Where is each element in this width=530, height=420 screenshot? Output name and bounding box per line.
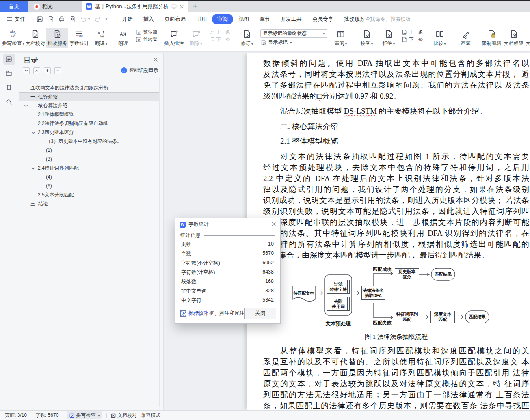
toc-close-icon[interactable] [153,56,158,64]
toc-item-5[interactable]: 2.3历史版本区分 [19,128,159,137]
menu-item-8[interactable]: 会员专享 [307,14,339,24]
doc-permission-button[interactable]: 文档权限 [503,28,525,48]
tab-home[interactable]: 首页 [0,1,28,12]
word-count-button[interactable]: 80字数统计 [68,28,90,48]
toc-collapse-all-button[interactable] [54,67,61,74]
translate-button[interactable]: a中翻译▾ [90,28,112,48]
toc-expand-down-button[interactable] [23,67,30,74]
undo-button[interactable]: ▾ [80,15,90,23]
stat-row-0: 页数10 [175,240,280,249]
compare-button[interactable]: 比较▾ [429,28,451,48]
insert-comment-button[interactable]: 插入批注 [163,28,185,48]
word-count-indicator[interactable]: 字数: 5670 [35,412,58,419]
compat-mode-label[interactable]: 兼容模式 [141,412,160,419]
screen-share-icon[interactable] [171,4,177,9]
smart-toc-button[interactable]: 智能识别目录 [121,67,158,74]
dialog-close-icon[interactable] [271,221,276,228]
toc-item-2[interactable]: 二. 核心算法介绍 [19,101,159,110]
document-page[interactable]: 数据倾斜的问题。使用 DFA 抽取出文本中可能包含的多部法律名以及法条号，同时将… [247,53,530,411]
toc-item-3[interactable]: 2.1整体模型概览 [19,110,159,119]
stat-row-6: 中文字符5342 [175,296,280,305]
dialog-title-bar[interactable]: W 字数统计 [175,218,280,230]
toc-item-9[interactable]: 2.4特征词序列匹配 [19,164,159,172]
restrict-editing-button[interactable]: 限制编辑 [481,28,503,48]
chevron-down-icon[interactable] [31,166,35,170]
chevron-down-icon[interactable] [31,130,35,134]
markup-state-select[interactable]: 显示标记的最终状态▾ [260,29,327,38]
svg-text:繁: 繁 [137,39,140,41]
toc-item-0[interactable]: 互联网文本的法律法条引用跟踪分析 [19,83,159,92]
stat-label: 中文字符 [181,297,201,304]
toc-item-6[interactable]: （3）历史版本中没有对应的法条。 [19,137,159,146]
doc-text-line-6: 2.1 整体模型概览 [263,136,529,146]
revision-nav-1-button[interactable]: 下一条 [401,37,423,43]
revision-nav-0-button[interactable]: 上一条 [401,29,423,35]
command-search[interactable]: 查找命令、搜索模板 [357,16,411,23]
menu-item-5[interactable]: 视图 [233,14,254,24]
dock-search-button[interactable] [3,97,15,107]
toc-item-8[interactable]: (3) [19,155,159,164]
new-tab-button[interactable]: + [188,1,202,12]
show-markup-button[interactable]: 显示标记▾ [260,39,327,46]
svg-text:80: 80 [79,34,83,38]
toc-item-1[interactable]: 一. 任务介绍 [19,92,159,101]
dock-bookmark-button[interactable] [3,82,15,93]
menu-item-0[interactable]: 开始 [117,14,138,24]
toc-item-4[interactable]: 2.2法律法条识别确定有限自动机 [19,119,159,128]
ink-brush-button[interactable]: 画笔 [455,28,477,48]
dock-outline-button[interactable] [3,54,15,65]
dialog-close-button[interactable]: 关闭 [244,308,276,319]
convert-1-button[interactable]: 繁简转繁 [136,37,158,43]
page-indicator[interactable]: 页面: 3/10 [5,412,27,419]
spell-check-label: 拼写检查 [76,412,95,419]
doc-text-line-23: 条，如果匹配上的法律还有多个历史版本，则需要在数百条 法条中寻找匹 [263,401,529,411]
reject-revision-button[interactable]: 拒绝▾ [378,28,400,48]
menu-item-2[interactable]: 页面布局 [159,14,191,24]
menu-item-1[interactable]: 插入 [138,14,159,24]
print-button[interactable] [58,15,65,23]
comment-nav-1-button[interactable]: 下一条 [209,37,231,43]
toc-item-12[interactable]: 2.5文本分段匹配 [19,190,159,199]
doc-authenticate-button[interactable]: 文档认证 [525,28,530,48]
toc-item-13[interactable]: 三. 结论 [19,199,159,208]
doc-proof-button[interactable]: a-文档校对 [24,28,46,48]
toc-collapse-up-button[interactable] [33,67,40,74]
toolbar-expand-icon[interactable]: ▾ [106,17,108,21]
correction-service-button[interactable]: 批改服务 [46,28,68,48]
dock-chapter-button[interactable] [3,68,15,79]
toc-item-10[interactable]: (4) [19,172,159,181]
wps-writer-icon: W [180,222,186,228]
menu-item-7[interactable]: 开发工具 [275,14,307,24]
chevron-down-icon[interactable] [24,103,28,108]
tab-docer[interactable]: 稻壳 [28,1,82,12]
menu-item-4[interactable]: 审阅 [212,14,233,24]
save-button[interactable] [36,15,43,23]
track-changes-button[interactable]: 修订▾ [236,28,258,48]
ai-icon [121,67,127,73]
accept-revision-button[interactable]: 接受▾ [356,28,378,48]
flowchart-figure: 待匹配文本 过滤 特殊字符 去除 停用词 文本预处理 法律法条名 抽取DFA 匹… [284,264,495,332]
toc-item-7[interactable]: (1) [19,146,159,155]
stat-label: 字数 [181,250,191,257]
menu-item-6[interactable]: 章节 [254,14,275,24]
print-preview-button[interactable] [69,15,76,23]
convert-0-button[interactable]: 简繁转简 [136,29,158,35]
toc-item-11[interactable]: (6) [19,181,159,190]
doc-proof-status[interactable]: 文档校对 [111,412,137,419]
hamburger-icon [6,17,12,22]
spell-check-toggle[interactable]: 拼写检查 ▾ [67,411,102,419]
tips-link[interactable]: 操作技巧 [180,310,209,317]
close-tab-icon[interactable] [180,4,184,9]
spell-check-button[interactable]: abc拼写检查▾ [2,28,24,48]
file-menu-button[interactable]: 文件 [0,15,31,23]
word-count-dialog: W 字数统计 统计信息 页数10字数5670字符数(不计空格)6052字符数(计… [175,218,281,324]
review-pane-button[interactable]: 审阅▾ [330,28,352,48]
redo-button[interactable] [94,15,101,23]
toc-expand-all-button[interactable] [44,67,51,74]
export-pdf-button[interactable] [47,15,54,23]
tab-document[interactable]: W 基于Python...法条引用跟踪分析 [82,1,188,12]
delete-comment-button[interactable]: 删除▾ [185,28,207,48]
comment-nav-0-button[interactable]: 上一条 [209,29,231,35]
read-aloud-button[interactable]: A朗读 [112,28,134,48]
menu-item-3[interactable]: 引用 [191,14,212,24]
